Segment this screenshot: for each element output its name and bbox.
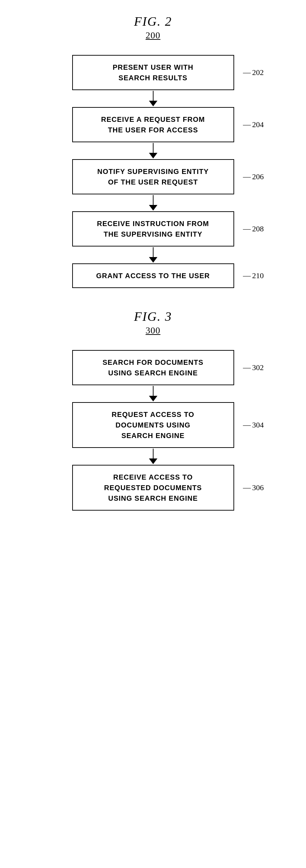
flow-box-206: NOTIFY SUPERVISING ENTITYOF THE USER REQ… — [72, 159, 234, 194]
fig2-flowchart: PRESENT USER WITHSEARCH RESULTS 202 RECE… — [21, 55, 285, 288]
arrow-line-1 — [153, 91, 154, 101]
flow-label-210: 210 — [243, 271, 264, 280]
flow-step-container-206: NOTIFY SUPERVISING ENTITYOF THE USER REQ… — [21, 159, 285, 194]
flow-label-204: 204 — [243, 120, 264, 129]
flow-box-306: RECEIVE ACCESS TOREQUESTED DOCUMENTSUSIN… — [72, 465, 234, 511]
flow-step-container-208: RECEIVE INSTRUCTION FROMTHE SUPERVISING … — [21, 211, 285, 246]
arrow-line-4 — [153, 247, 154, 257]
flow-step-container-202: PRESENT USER WITHSEARCH RESULTS 202 — [21, 55, 285, 90]
arrow-line-3 — [153, 195, 154, 205]
arrow-head-2 — [149, 153, 157, 158]
arrow-line-6 — [153, 449, 154, 458]
flow-label-202: 202 — [243, 68, 264, 77]
arrow-head-1 — [149, 101, 157, 106]
figure-3-section: FIG. 3 300 SEARCH FOR DOCUMENTSUSING SEA… — [21, 309, 285, 511]
arrow-line-2 — [153, 143, 154, 153]
arrow-head-5 — [149, 396, 157, 401]
arrow-head-4 — [149, 257, 157, 263]
flow-label-208: 208 — [243, 224, 264, 233]
arrow-3 — [149, 195, 157, 211]
flow-box-202: PRESENT USER WITHSEARCH RESULTS — [72, 55, 234, 90]
flow-step-container-304: REQUEST ACCESS TODOCUMENTS USINGSEARCH E… — [21, 402, 285, 448]
flow-step-container-306: RECEIVE ACCESS TOREQUESTED DOCUMENTSUSIN… — [21, 465, 285, 511]
flow-box-210: GRANT ACCESS TO THE USER — [72, 263, 234, 288]
arrow-head-3 — [149, 205, 157, 211]
flow-box-302: SEARCH FOR DOCUMENTSUSING SEARCH ENGINE — [72, 350, 234, 385]
fig3-flowchart: SEARCH FOR DOCUMENTSUSING SEARCH ENGINE … — [21, 350, 285, 511]
flow-label-302: 302 — [243, 363, 264, 372]
flow-label-206: 206 — [243, 172, 264, 181]
flow-label-306: 306 — [243, 483, 264, 492]
flow-step-container-302: SEARCH FOR DOCUMENTSUSING SEARCH ENGINE … — [21, 350, 285, 385]
figure-2-section: FIG. 2 200 PRESENT USER WITHSEARCH RESUL… — [21, 14, 285, 288]
flow-box-204: RECEIVE A REQUEST FROMTHE USER FOR ACCES… — [72, 107, 234, 142]
flow-box-304: REQUEST ACCESS TODOCUMENTS USINGSEARCH E… — [72, 402, 234, 448]
fig2-title: FIG. 2 — [134, 14, 172, 29]
arrow-head-6 — [149, 458, 157, 464]
arrow-line-5 — [153, 386, 154, 396]
arrow-6 — [149, 449, 157, 464]
arrow-2 — [149, 143, 157, 158]
flow-box-208: RECEIVE INSTRUCTION FROMTHE SUPERVISING … — [72, 211, 234, 246]
arrow-5 — [149, 386, 157, 401]
fig2-number: 200 — [146, 30, 161, 41]
arrow-4 — [149, 247, 157, 263]
flow-label-304: 304 — [243, 420, 264, 430]
flow-step-container-204: RECEIVE A REQUEST FROMTHE USER FOR ACCES… — [21, 107, 285, 142]
fig3-number: 300 — [146, 325, 161, 336]
arrow-1 — [149, 91, 157, 106]
flow-step-container-210: GRANT ACCESS TO THE USER 210 — [21, 263, 285, 288]
fig3-title: FIG. 3 — [134, 309, 172, 324]
